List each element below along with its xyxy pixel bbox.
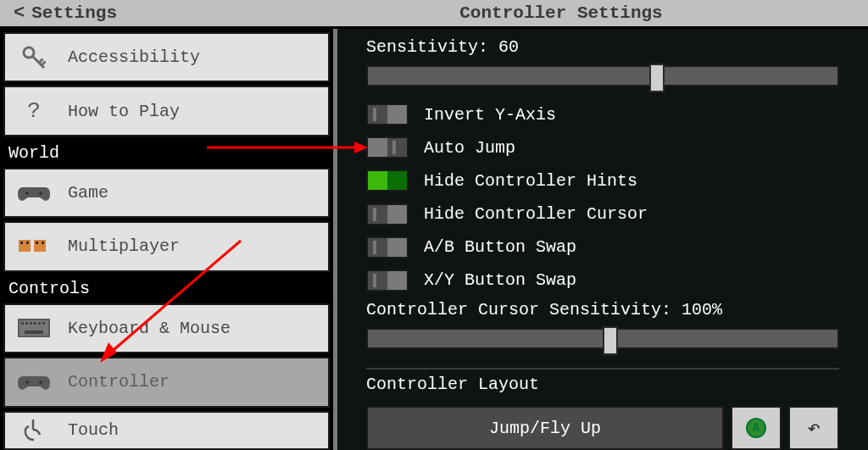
sidebar-item-accessibility[interactable]: Accessibility xyxy=(3,32,330,82)
toggle-label: Hide Controller Cursor xyxy=(424,204,648,224)
svg-rect-5 xyxy=(26,242,29,244)
svg-rect-16 xyxy=(42,322,45,325)
svg-point-19 xyxy=(39,381,42,384)
sidebar-item-controller[interactable]: Controller xyxy=(3,357,330,407)
binding-a-button[interactable]: A xyxy=(731,406,782,450)
svg-point-2 xyxy=(39,192,42,195)
sidebar-item-label: Game xyxy=(68,183,108,203)
touch-icon xyxy=(17,414,51,447)
toggle-label: Auto Jump xyxy=(424,138,515,158)
svg-rect-11 xyxy=(21,322,24,325)
back-button[interactable]: < Settings xyxy=(0,3,339,24)
reset-binding-button[interactable]: ↶ xyxy=(788,406,839,450)
sensitivity-slider[interactable] xyxy=(366,65,839,86)
svg-rect-13 xyxy=(30,322,32,325)
toggle-xy-swap[interactable] xyxy=(366,269,409,292)
undo-icon: ↶ xyxy=(807,414,821,442)
binding-jump[interactable]: Jump/Fly Up xyxy=(366,406,724,450)
key-icon xyxy=(17,41,51,75)
toggle-label: X/Y Button Swap xyxy=(424,270,576,290)
sidebar: Accessibility ? How to Play World Game M… xyxy=(0,29,337,450)
question-icon: ? xyxy=(17,94,51,128)
toggle-label: Invert Y-Axis xyxy=(424,105,556,125)
sidebar-item-label: Accessibility xyxy=(68,47,200,67)
svg-rect-4 xyxy=(20,242,23,244)
toggle-hide-hints[interactable] xyxy=(366,169,409,192)
toggle-label: A/B Button Swap xyxy=(424,237,576,257)
svg-rect-15 xyxy=(38,322,41,325)
slider-thumb[interactable] xyxy=(649,64,665,92)
sidebar-item-label: Controller xyxy=(68,372,170,392)
back-label: Settings xyxy=(31,3,117,23)
svg-rect-7 xyxy=(36,242,38,244)
slider-thumb[interactable] xyxy=(603,326,618,355)
sidebar-item-keyboard-mouse[interactable]: Keyboard & Mouse xyxy=(3,303,330,353)
controller-icon xyxy=(17,365,51,399)
content-panel: Sensitivity: 60 Invert Y-Axis Auto Jump … xyxy=(337,29,868,450)
cursor-sensitivity-slider[interactable] xyxy=(366,328,839,349)
toggle-auto-jump[interactable] xyxy=(366,136,409,158)
svg-rect-8 xyxy=(42,242,44,244)
svg-point-18 xyxy=(25,381,29,384)
svg-rect-14 xyxy=(34,322,36,325)
sidebar-item-label: Keyboard & Mouse xyxy=(68,319,231,338)
sidebar-item-touch[interactable]: Touch xyxy=(3,411,330,450)
toggle-invert-y[interactable] xyxy=(366,103,409,125)
sidebar-item-label: How to Play xyxy=(68,102,180,121)
toggle-ab-swap[interactable] xyxy=(366,236,409,258)
keyboard-icon xyxy=(17,311,51,345)
sidebar-item-multiplayer[interactable]: Multiplayer xyxy=(3,221,330,271)
toggle-label: Hide Controller Hints xyxy=(424,171,637,191)
sidebar-item-game[interactable]: Game xyxy=(3,168,330,218)
svg-point-1 xyxy=(25,192,29,195)
controller-layout-label: Controller Layout xyxy=(366,368,839,394)
controller-icon xyxy=(17,176,51,210)
binding-label: Jump/Fly Up xyxy=(489,419,601,438)
chevron-left-icon: < xyxy=(14,3,25,24)
a-badge-icon: A xyxy=(746,418,766,438)
svg-rect-17 xyxy=(25,331,43,334)
toggle-hide-cursor[interactable] xyxy=(366,203,409,225)
section-world: World xyxy=(3,140,330,164)
svg-rect-12 xyxy=(25,322,28,325)
sensitivity-label: Sensitivity: 60 xyxy=(366,37,839,57)
section-controls: Controls xyxy=(3,275,330,300)
page-title: Controller Settings xyxy=(339,3,868,23)
sidebar-item-label: Touch xyxy=(68,420,119,440)
sidebar-item-how-to-play[interactable]: ? How to Play xyxy=(3,86,330,136)
sidebar-item-label: Multiplayer xyxy=(68,236,180,256)
players-icon xyxy=(17,230,51,264)
cursor-sensitivity-label: Controller Cursor Sensitivity: 100% xyxy=(366,300,839,319)
